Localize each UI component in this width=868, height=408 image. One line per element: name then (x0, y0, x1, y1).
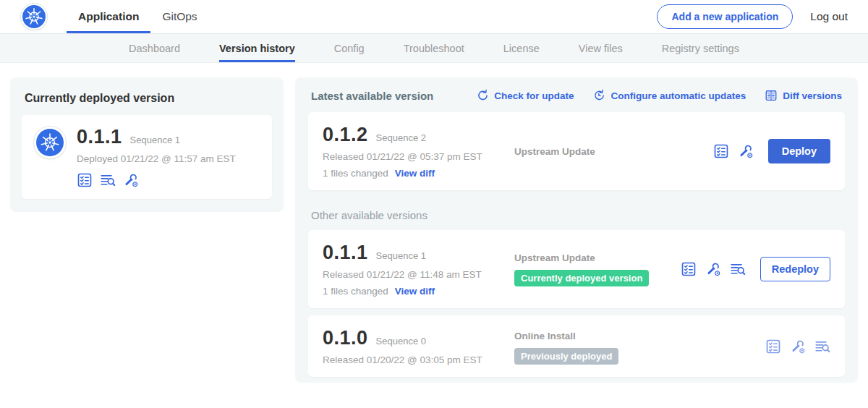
tab-registry-settings[interactable]: Registry settings (662, 34, 739, 62)
deploy-button[interactable]: Deploy (768, 139, 830, 163)
diff-versions-link[interactable]: Diff versions (765, 89, 842, 102)
available-versions-panel: Latest available version Check for updat… (295, 77, 858, 383)
sequence-label: Sequence 2 (376, 132, 426, 143)
tab-application[interactable]: Application (67, 0, 150, 33)
files-changed-label: 1 files changed (323, 286, 388, 297)
top-header: Application GitOps Add a new application… (0, 0, 868, 34)
preflight-checklist-icon[interactable] (77, 172, 93, 188)
version-number: 0.1.1 (323, 242, 368, 264)
sequence-label: Sequence 0 (376, 336, 426, 347)
config-wrench-icon[interactable] (738, 143, 754, 159)
release-notes-icon[interactable] (730, 261, 746, 277)
other-available-title: Other available versions (311, 209, 842, 221)
main-content: Currently deployed version 0.1.1 Sequenc… (0, 63, 868, 397)
version-source-label: Upstream Update (514, 146, 713, 157)
currently-deployed-badge: Currently deployed version (514, 270, 649, 286)
deployed-version-number: 0.1.1 (77, 126, 122, 148)
version-number: 0.1.2 (323, 124, 368, 146)
currently-deployed-panel: Currently deployed version 0.1.1 Sequenc… (10, 77, 284, 212)
tab-view-files[interactable]: View files (579, 34, 623, 62)
kubernetes-helm-icon (22, 5, 46, 28)
check-for-update-link[interactable]: Check for update (476, 89, 574, 102)
app-subnav: Dashboard Version history Config Trouble… (0, 34, 868, 63)
app-tabs: Application GitOps (67, 0, 209, 33)
previously-deployed-badge: Previously deployed (514, 348, 618, 365)
version-card-0-1-2: 0.1.2 Sequence 2 Released 01/21/22 @ 05:… (308, 112, 845, 190)
preflight-checklist-icon[interactable] (713, 143, 729, 159)
kubernetes-helm-icon (36, 129, 64, 156)
view-diff-link[interactable]: View diff (395, 168, 435, 179)
logout-button[interactable]: Log out (810, 10, 848, 23)
diff-icon (765, 89, 778, 102)
tab-version-history[interactable]: Version history (219, 34, 295, 62)
deployed-timestamp: Deployed 01/21/22 @ 11:57 am EST (77, 153, 236, 164)
config-wrench-icon[interactable] (790, 339, 806, 354)
auto-update-icon (592, 89, 605, 102)
preflight-checklist-icon[interactable] (765, 339, 781, 354)
version-card-0-1-0: 0.1.0 Sequence 0 Released 01/20/22 @ 03:… (308, 315, 845, 377)
release-notes-icon[interactable] (100, 172, 116, 188)
view-diff-link[interactable]: View diff (395, 286, 435, 297)
sequence-label: Sequence 1 (376, 250, 426, 261)
kubernetes-logo (20, 3, 48, 30)
tab-config[interactable]: Config (334, 34, 365, 62)
version-number: 0.1.0 (323, 327, 368, 349)
release-notes-icon[interactable] (814, 339, 830, 354)
deployed-sequence-label: Sequence 1 (130, 135, 180, 145)
version-source-label: Online Install (514, 331, 765, 341)
preflight-checklist-icon[interactable] (681, 261, 697, 277)
currently-deployed-title: Currently deployed version (25, 92, 272, 105)
config-wrench-icon[interactable] (705, 261, 721, 277)
files-changed-label: 1 files changed (323, 168, 388, 179)
tab-dashboard[interactable]: Dashboard (129, 34, 180, 62)
released-timestamp: Released 01/21/22 @ 05:37 pm EST (323, 151, 514, 162)
config-wrench-icon[interactable] (123, 172, 139, 188)
tab-gitops[interactable]: GitOps (150, 0, 208, 33)
redeploy-button[interactable]: Redeploy (760, 257, 830, 281)
version-source-label: Upstream Update (514, 252, 681, 263)
add-new-application-button[interactable]: Add a new application (657, 4, 793, 29)
tab-license[interactable]: License (503, 34, 540, 62)
released-timestamp: Released 01/20/22 @ 03:05 pm EST (323, 354, 514, 365)
latest-available-title: Latest available version (311, 90, 433, 102)
app-icon (33, 126, 67, 159)
configure-automatic-updates-link[interactable]: Configure automatic updates (592, 89, 746, 102)
released-timestamp: Released 01/21/22 @ 11:48 am EST (323, 269, 514, 280)
refresh-icon (476, 89, 489, 102)
version-card-0-1-1: 0.1.1 Sequence 1 Released 01/21/22 @ 11:… (308, 230, 845, 308)
deployed-version-card: 0.1.1 Sequence 1 Deployed 01/21/22 @ 11:… (22, 115, 272, 199)
tab-troubleshoot[interactable]: Troubleshoot (404, 34, 464, 62)
